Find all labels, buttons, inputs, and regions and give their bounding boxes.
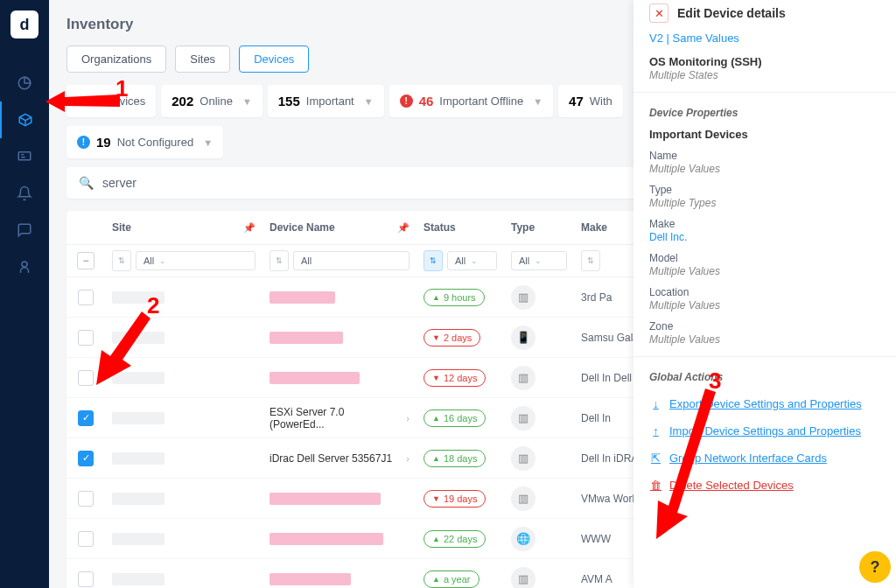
pin-icon[interactable]: 📌 [397, 222, 410, 234]
close-panel-button[interactable]: ✕ [649, 4, 668, 23]
svg-marker-3 [46, 91, 120, 112]
globe-icon: 🌐 [511, 527, 536, 551]
tab-sites[interactable]: Sites [175, 46, 230, 73]
important-devices-label: Important Devices [649, 128, 880, 141]
col-site[interactable]: Site [112, 221, 131, 234]
nav-dashboard-icon[interactable] [0, 65, 49, 102]
filter-important[interactable]: 155Important▼ [268, 85, 384, 117]
status-badge: ▲9 hours [424, 289, 485, 306]
funnel-icon: ▼ [364, 96, 374, 107]
prop-key: Type [649, 184, 880, 196]
os-monitoring-value: Multiple States [649, 69, 880, 81]
funnel-icon: ▼ [242, 96, 252, 107]
chevron-right-icon[interactable]: › [406, 453, 410, 464]
col-status[interactable]: Status [424, 221, 456, 234]
tab-devices[interactable]: Devices [239, 46, 309, 73]
prop-value: Multiple Values [649, 333, 880, 346]
prop-key: Model [649, 252, 880, 264]
filter-status[interactable]: All⌄ [447, 251, 497, 270]
sort-site[interactable]: ⇅ [112, 250, 131, 271]
nav-inventory-icon[interactable] [0, 102, 49, 138]
mobile-icon: 📱 [511, 326, 536, 350]
col-device-name[interactable]: Device Name [270, 221, 335, 234]
prop-value: Multiple Values [649, 265, 880, 277]
arrow-2 [88, 312, 158, 390]
search-value: server [102, 176, 136, 190]
alert-icon: ! [400, 94, 413, 108]
filter-site[interactable]: All⌄ [136, 251, 256, 270]
device-icon: ▥ [511, 567, 536, 589]
alert-icon: ! [77, 136, 90, 149]
svg-marker-5 [656, 388, 716, 539]
sidebar: d [0, 0, 49, 588]
server-icon: ▥ [511, 406, 536, 430]
server-icon: ▥ [511, 366, 536, 390]
annotation-2: 2 [147, 292, 159, 319]
device-name: ESXi Server 7.0 (PowerEd... [270, 406, 401, 430]
status-badge: ▼2 days [424, 329, 480, 346]
status-badge: ▲16 days [424, 410, 486, 427]
app-logo[interactable]: d [10, 10, 38, 38]
server-icon: ▥ [511, 285, 536, 310]
status-badge: ▲22 days [424, 530, 486, 548]
prop-value: Multiple Types [649, 197, 880, 209]
prop-key: Make [649, 218, 880, 230]
sort-make[interactable]: ⇅ [581, 250, 600, 271]
server-icon: ▥ [511, 446, 536, 471]
svg-rect-1 [18, 152, 31, 160]
filter-not-configured[interactable]: !19Not Configured▼ [66, 126, 223, 158]
svg-point-2 [22, 262, 27, 267]
device-properties-header: Device Properties [649, 107, 880, 119]
col-type[interactable]: Type [511, 221, 535, 234]
global-actions-header: Global Actions [649, 371, 880, 383]
row-checkbox[interactable] [78, 531, 94, 547]
filter-type[interactable]: All⌄ [511, 251, 567, 270]
sort-status[interactable]: ⇅ [424, 250, 443, 271]
status-badge: ▲a year [424, 570, 480, 588]
panel-title: Edit Device details [677, 6, 786, 20]
nav-chat-icon[interactable] [0, 212, 49, 248]
server-icon: ▥ [511, 486, 536, 511]
filter-name[interactable]: All [293, 251, 410, 270]
search-icon: 🔍 [79, 176, 94, 190]
row-checkbox[interactable]: ✓ [78, 451, 94, 466]
select-toggle[interactable]: − [77, 252, 94, 270]
tab-organizations[interactable]: Organizations [66, 46, 166, 73]
status-badge: ▲18 days [424, 450, 486, 467]
v2-link[interactable]: V2 | Same Values [649, 32, 880, 45]
prop-key: Location [649, 286, 880, 298]
funnel-icon: ▼ [203, 137, 213, 148]
svg-marker-4 [96, 312, 150, 385]
nav-user-icon[interactable] [0, 248, 49, 285]
row-checkbox[interactable] [78, 290, 94, 305]
nav-alerts-icon[interactable] [0, 175, 49, 212]
pin-icon[interactable]: 📌 [243, 222, 256, 234]
prop-key: Name [649, 150, 880, 162]
os-monitoring-label: OS Monitoring (SSH) [649, 55, 880, 68]
status-badge: ▼19 days [424, 490, 486, 508]
col-make[interactable]: Make [581, 221, 607, 234]
filter-important-offline[interactable]: !46Important Offline▼ [389, 85, 553, 117]
row-checkbox[interactable]: ✓ [78, 410, 94, 426]
arrow-1 [46, 86, 124, 121]
annotation-3: 3 [709, 368, 721, 395]
prop-value[interactable]: Dell Inc. [649, 231, 880, 243]
funnel-icon: ▼ [533, 96, 542, 107]
annotation-1: 1 [116, 75, 128, 102]
prop-value: Multiple Values [649, 299, 880, 312]
device-name: iDrac Dell Server 53567J1 [270, 452, 401, 465]
status-badge: ▼12 days [424, 369, 486, 387]
chevron-right-icon[interactable]: › [406, 413, 410, 424]
filter-online[interactable]: 202Online▼ [161, 85, 262, 117]
prop-value: Multiple Values [649, 163, 880, 175]
row-checkbox[interactable] [78, 571, 94, 587]
nav-monitors-icon[interactable] [0, 138, 49, 175]
help-button[interactable]: ? [859, 551, 891, 583]
row-checkbox[interactable] [78, 491, 94, 507]
sort-name[interactable]: ⇅ [270, 250, 289, 271]
arrow-3 [654, 388, 724, 542]
filter-with[interactable]: 47With [558, 85, 623, 117]
prop-key: Zone [649, 320, 880, 332]
